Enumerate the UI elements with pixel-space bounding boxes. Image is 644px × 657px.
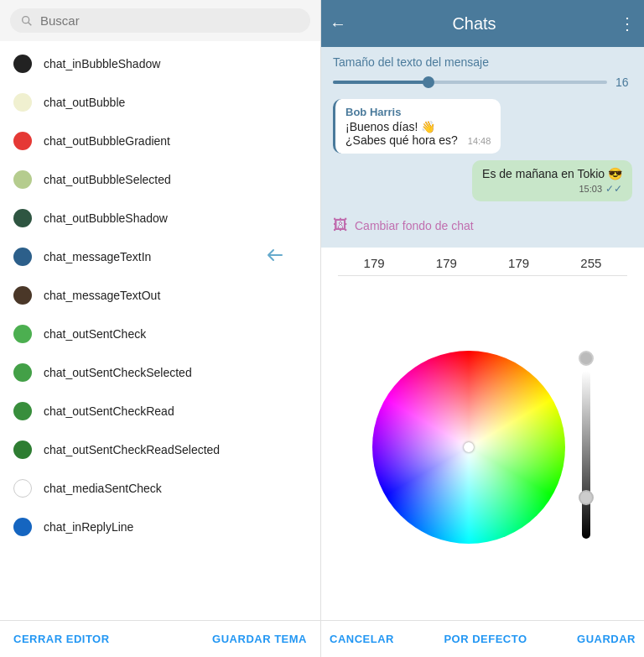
theme-item-label: chat_outSentCheckSelected (44, 366, 192, 379)
theme-item[interactable]: chat_outBubbleGradient (0, 122, 320, 160)
back-button[interactable]: ← (330, 14, 346, 34)
theme-item[interactable]: chat_outBubbleSelected (0, 160, 320, 199)
font-size-slider-track[interactable] (333, 81, 607, 84)
theme-item-label: chat_inReplyLine (44, 520, 133, 534)
color-dot (13, 441, 32, 459)
rgba-values: 179 179 179 255 (321, 248, 644, 275)
change-bg-label: Cambiar fondo de chat (355, 219, 474, 232)
b-value: 179 (508, 256, 529, 270)
search-bar (0, 0, 320, 41)
color-wheel[interactable] (372, 351, 565, 544)
guardar-button[interactable]: GUARDAR (577, 633, 636, 645)
color-dot (13, 402, 32, 420)
left-panel: chat_inBubbleShadowchat_outBubblechat_ou… (0, 0, 321, 657)
theme-item[interactable]: chat_outSentCheck (0, 315, 320, 353)
menu-button[interactable]: ⋮ (619, 13, 636, 34)
header-title: Chats (355, 14, 594, 34)
bubble-out-text: Es de mañana en Tokio 😎 (482, 167, 622, 180)
search-icon (20, 14, 34, 28)
chat-preview: Tamaño del texto del mensaje 16 Bob Harr… (321, 47, 644, 248)
theme-item[interactable]: chat_mediaSentCheck (0, 469, 320, 508)
color-dot (13, 132, 32, 150)
change-bg-icon: 🖼 (333, 216, 348, 234)
brightness-track[interactable] (582, 371, 590, 539)
search-input-wrap[interactable] (10, 8, 310, 33)
theme-item[interactable]: chat_outSentCheckReadSelected (0, 430, 320, 469)
cancelar-button[interactable]: CANCELAR (330, 633, 394, 645)
change-bg-row[interactable]: 🖼 Cambiar fondo de chat (333, 208, 632, 239)
chat-bubble-in: Bob Harris ¡Buenos días! 👋 ¿Sabes qué ho… (333, 99, 501, 154)
color-dot (13, 286, 32, 305)
cerrar-editor-button[interactable]: CERRAR EDITOR (13, 633, 110, 645)
check-mark-icon: ✓✓ (605, 183, 622, 195)
theme-item-label: chat_outBubbleSelected (44, 173, 171, 186)
theme-item-label: chat_messageTextIn (44, 250, 151, 263)
bubble-out-time: 15:03 (579, 184, 602, 194)
a-value: 255 (580, 256, 601, 270)
slider-fill (333, 81, 428, 84)
color-dot (13, 479, 32, 498)
theme-item-label: chat_outBubbleGradient (44, 134, 170, 148)
right-panel: ← Chats ⋮ Tamaño del texto del mensaje 1… (321, 0, 644, 657)
color-dot (13, 363, 32, 382)
brightness-thumb-top (579, 351, 594, 366)
color-dot (13, 325, 32, 343)
incoming-bubble: Bob Harris ¡Buenos días! 👋 ¿Sabes qué ho… (333, 99, 632, 160)
theme-item[interactable]: chat_outBubbleShadow (0, 199, 320, 237)
theme-list: chat_inBubbleShadowchat_outBubblechat_ou… (0, 41, 320, 620)
color-dot (13, 209, 32, 227)
theme-item[interactable]: chat_inBubbleShadow (0, 44, 320, 83)
color-dot (13, 170, 32, 189)
bubble-in-time: 14:48 (468, 136, 491, 146)
theme-item-label: chat_outSentCheck (44, 327, 146, 341)
bottom-bar-right: CANCELAR POR DEFECTO GUARDAR (321, 620, 644, 657)
theme-item[interactable]: chat_outSentCheckSelected (0, 353, 320, 392)
search-input[interactable] (40, 13, 300, 28)
theme-item[interactable]: chat_outSentCheckRead (0, 392, 320, 430)
bubble-out-time-row: 15:03 ✓✓ (482, 183, 622, 195)
theme-item[interactable]: chat_inReplyLine (0, 508, 320, 546)
theme-item-label: chat_outBubble (44, 96, 125, 109)
theme-item-label: chat_messageTextOut (44, 289, 160, 302)
text-size-label: Tamaño del texto del mensaje (333, 55, 632, 69)
theme-item-label: chat_outBubbleShadow (44, 211, 168, 225)
theme-item-label: chat_outSentCheckReadSelected (44, 443, 220, 456)
color-dot (13, 55, 32, 73)
color-picker-area: 179 179 179 255 (321, 248, 644, 620)
color-dot (13, 518, 32, 536)
guardar-tema-button[interactable]: GUARDAR TEMA (212, 633, 307, 645)
bubble-line1: ¡Buenos días! 👋 (345, 120, 491, 133)
arrow-icon (263, 246, 287, 268)
r-value: 179 (364, 256, 385, 270)
chat-bubble-out: Es de mañana en Tokio 😎 15:03 ✓✓ (472, 160, 632, 201)
font-size-slider-row: 16 (333, 76, 632, 89)
brightness-thumb-bottom (579, 490, 594, 505)
color-wheel-cursor (464, 442, 474, 452)
font-size-value: 16 (615, 76, 632, 89)
theme-item[interactable]: chat_outBubble (0, 83, 320, 122)
color-wheel-wrap[interactable] (372, 351, 565, 544)
chat-header: ← Chats ⋮ (321, 0, 644, 47)
svg-line-1 (29, 22, 32, 25)
por-defecto-button[interactable]: POR DEFECTO (444, 633, 527, 645)
theme-item-label: chat_inBubbleShadow (44, 57, 160, 70)
brightness-slider-wrap[interactable] (579, 351, 594, 544)
rgba-divider (338, 275, 627, 276)
svg-point-0 (23, 16, 29, 23)
color-dot (13, 248, 32, 266)
outgoing-bubble-wrap: Es de mañana en Tokio 😎 15:03 ✓✓ (333, 160, 632, 201)
color-wheel-row (321, 283, 644, 620)
theme-item[interactable]: chat_messageTextIn (0, 237, 320, 276)
slider-thumb (423, 76, 434, 88)
theme-item[interactable]: chat_messageTextOut (0, 276, 320, 315)
color-dot (13, 93, 32, 112)
bubble-sender: Bob Harris (345, 106, 491, 118)
g-value: 179 (436, 256, 457, 270)
theme-item-label: chat_mediaSentCheck (44, 482, 162, 495)
bubble-line2: ¿Sabes qué hora es? 14:48 (345, 133, 491, 147)
bottom-bar-left: CERRAR EDITOR GUARDAR TEMA (0, 620, 320, 657)
theme-item-label: chat_outSentCheckRead (44, 404, 174, 418)
